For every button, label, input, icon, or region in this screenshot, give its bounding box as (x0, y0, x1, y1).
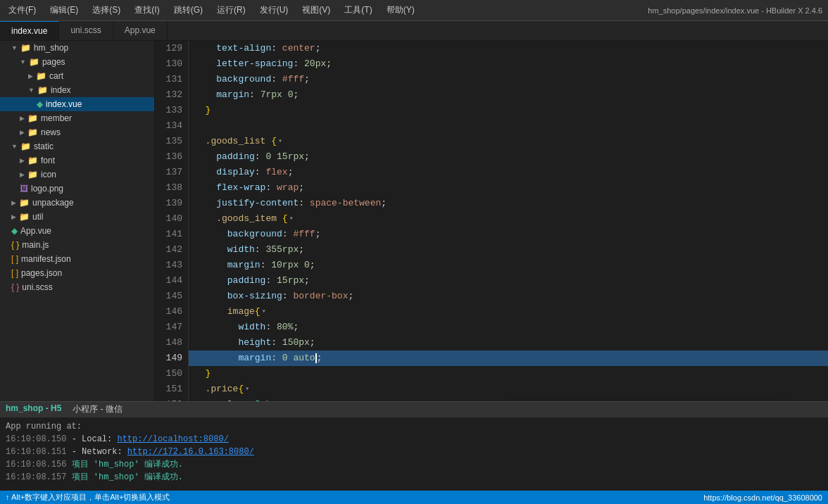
console-line-2: 16:10:08.150 - Local: http://localhost:8… (6, 433, 822, 446)
status-project[interactable]: hm_shop - H5 (6, 403, 61, 415)
code-line-144: padding: 15rpx; (189, 273, 828, 289)
menu-bar: 文件(F) 编辑(E) 选择(S) 查找(I) 跳转(G) 运行(R) 发行(U… (0, 0, 828, 21)
folder-icon-util: 📁 (19, 212, 30, 222)
folder-icon-pages: 📁 (29, 57, 39, 67)
png-file-icon: 🖼 (20, 184, 28, 194)
folder-icon-member: 📁 (27, 113, 38, 123)
menu-run[interactable]: 运行(R) (214, 3, 249, 18)
folder-icon-static: 📁 (20, 141, 31, 151)
sidebar-item-uni-scss[interactable]: { } uni.scss (0, 280, 154, 294)
code-line-131: background: #fff; (189, 72, 828, 87)
sidebar-item-manifest-json[interactable]: [ ] manifest.json (0, 252, 154, 266)
bottom-panel: hm_shop - H5 小程序 - 微信 App running at: 16… (0, 401, 828, 504)
sidebar-label-index: index (51, 85, 71, 95)
fold-icon-135[interactable]: ▾ (278, 134, 282, 149)
sidebar-item-util[interactable]: ▶ 📁 util (0, 210, 154, 224)
footer-link: https://blog.csdn.net/qq_33608000 (703, 493, 822, 502)
json-file-icon: [ ] (11, 254, 18, 264)
sidebar-item-cart[interactable]: ▶ 📁 cart (0, 69, 154, 83)
sidebar-label-font: font (41, 156, 55, 165)
sidebar-item-main-js[interactable]: { } main.js (0, 238, 154, 252)
menu-select[interactable]: 选择(S) (89, 3, 123, 18)
code-line-152: color: $sh (189, 397, 828, 401)
folder-icon-cart: 📁 (36, 71, 46, 81)
menu-publish[interactable]: 发行(U) (257, 3, 291, 18)
code-line-135: .goods_list {▾ (189, 134, 828, 149)
menu-view[interactable]: 视图(V) (299, 3, 333, 18)
vue-file-icon-app: ◆ (11, 226, 18, 236)
code-line-141: background: #fff; (189, 227, 828, 242)
console-link-local[interactable]: http://localhost:8080/ (117, 434, 228, 444)
tab-app-vue[interactable]: App.vue (113, 21, 168, 40)
folder-icon: 📁 (20, 43, 31, 53)
collapse-arrow-cart: ▶ (28, 73, 33, 80)
sidebar-label-member: member (41, 113, 72, 123)
sidebar-item-pages[interactable]: ▼ 📁 pages (0, 55, 154, 69)
code-line-143: margin: 10rpx 0; (189, 258, 828, 273)
sidebar-item-news[interactable]: ▶ 📁 news (0, 125, 154, 139)
console-line-4: 16:10:08.156 项目 'hm_shop' 编译成功. (6, 458, 822, 471)
code-area[interactable]: 129 130 131 132 133 134 135 136 137 138 … (155, 41, 828, 401)
code-line-149: margin: 0 auto; (189, 351, 828, 366)
sidebar-item-font[interactable]: ▶ 📁 font (0, 153, 154, 168)
menu-help[interactable]: 帮助(Y) (384, 3, 418, 18)
sidebar-label-static: static (34, 141, 54, 151)
code-line-139: justify-content: space-between; (189, 196, 828, 211)
code-line-133: } (189, 103, 828, 118)
sidebar-item-unpackage[interactable]: ▶ 📁 unpackage (0, 196, 154, 210)
collapse-arrow-index: ▼ (28, 87, 34, 94)
collapse-arrow-news: ▶ (20, 129, 25, 136)
tab-uni-scss[interactable]: uni.scss (59, 21, 113, 40)
code-line-138: flex-wrap: wrap; (189, 180, 828, 196)
menu-tools[interactable]: 工具(T) (341, 3, 375, 18)
collapse-arrow-pages: ▼ (20, 58, 26, 65)
folder-icon-news: 📁 (27, 127, 38, 137)
footer-bar: ↑ Alt+数字键入对应项目，单击Alt+切换插入模式 https://blog… (0, 491, 828, 504)
sidebar-item-static[interactable]: ▼ 📁 static (0, 139, 154, 153)
sidebar-item-hm-shop[interactable]: ▼ 📁 hm_shop (0, 41, 154, 55)
sidebar-label-hm-shop: hm_shop (34, 43, 68, 53)
editor-area: 129 130 131 132 133 134 135 136 137 138 … (155, 41, 828, 401)
sidebar-label-pages-json: pages.json (21, 268, 62, 278)
collapse-arrow: ▼ (11, 44, 18, 51)
sidebar-item-index-folder[interactable]: ▼ 📁 index (0, 83, 154, 97)
console-link-network[interactable]: http://172.16.0.163:8080/ (127, 447, 254, 457)
fold-icon-146[interactable]: ▾ (262, 304, 266, 320)
sidebar-label-index-vue: index.vue (46, 99, 82, 109)
scss-file-icon: { } (11, 282, 19, 292)
collapse-arrow-unpackage: ▶ (11, 199, 16, 206)
menu-file[interactable]: 文件(F) (6, 3, 39, 18)
tab-bar: index.vue uni.scss App.vue (0, 21, 828, 41)
sidebar-label-icon: icon (41, 170, 56, 179)
folder-icon-font: 📁 (27, 156, 38, 165)
sidebar-item-pages-json[interactable]: [ ] pages.json (0, 266, 154, 280)
tab-index-vue[interactable]: index.vue (0, 21, 59, 40)
js-file-icon: { } (11, 240, 19, 250)
fold-icon-151[interactable]: ▾ (245, 382, 249, 397)
sidebar-item-index-vue[interactable]: ◆ index.vue (0, 97, 154, 111)
code-line-134 (189, 118, 828, 134)
sidebar-label-uni-scss: uni.scss (22, 282, 52, 292)
menu-find[interactable]: 查找(I) (132, 3, 162, 18)
code-line-136: padding: 0 15rpx; (189, 149, 828, 165)
menu-jump[interactable]: 跳转(G) (171, 3, 206, 18)
collapse-arrow-util: ▶ (11, 213, 16, 220)
code-line-145: box-sizing: border-box; (189, 289, 828, 304)
code-content[interactable]: text-align: center; letter-spacing: 20px… (189, 41, 828, 401)
sidebar-label-logo-png: logo.png (31, 184, 63, 194)
code-line-130: letter-spacing: 20px; (189, 56, 828, 72)
collapse-arrow-font: ▶ (20, 157, 25, 164)
code-line-147: width: 80%; (189, 320, 828, 335)
sidebar-item-logo-png[interactable]: 🖼 logo.png (0, 182, 154, 196)
code-line-148: height: 150px; (189, 335, 828, 351)
sidebar-item-member[interactable]: ▶ 📁 member (0, 111, 154, 125)
status-platform[interactable]: 小程序 - 微信 (73, 403, 123, 415)
sidebar-item-icon[interactable]: ▶ 📁 icon (0, 168, 154, 182)
sidebar: ▼ 📁 hm_shop ▼ 📁 pages ▶ 📁 cart ▼ 📁 index… (0, 41, 155, 401)
menu-edit[interactable]: 编辑(E) (47, 3, 81, 18)
fold-icon-140[interactable]: ▾ (289, 211, 294, 227)
menu-items: 文件(F) 编辑(E) 选择(S) 查找(I) 跳转(G) 运行(R) 发行(U… (6, 3, 418, 18)
console-line-5: 16:10:08.157 项目 'hm_shop' 编译成功. (6, 471, 822, 484)
sidebar-label-unpackage: unpackage (32, 198, 74, 208)
sidebar-item-app-vue[interactable]: ◆ App.vue (0, 224, 154, 238)
